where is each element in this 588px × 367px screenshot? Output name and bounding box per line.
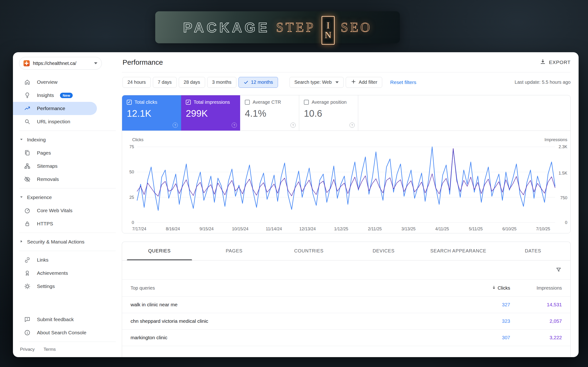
table-row[interactable]: walk in clinic near me 327 14,531 — [122, 297, 570, 313]
sidebar-item-sitemaps[interactable]: Sitemaps — [13, 159, 97, 173]
terms-link[interactable]: Terms — [43, 347, 56, 352]
column-header-impressions[interactable]: Impressions — [510, 285, 562, 291]
table-row[interactable]: markington clinic 307 3,222 — [122, 330, 570, 346]
banner-word-package: PACKAGE — [183, 19, 270, 35]
sidebar-item-performance[interactable]: Performance — [13, 102, 97, 115]
range-chip-24-hours[interactable]: 24 hours — [123, 77, 151, 88]
caret-down-icon — [19, 137, 24, 143]
metric-value: 299K — [186, 108, 235, 119]
column-header-clicks[interactable]: Clicks — [468, 285, 510, 291]
tab-queries[interactable]: QUERIES — [122, 242, 197, 260]
table-row[interactable]: chn sheppard victoria medical clinic 323… — [122, 313, 570, 330]
info-icon — [24, 329, 31, 336]
queries-table-card: QUERIES PAGES COUNTRIES DEVICES SEARCH A… — [122, 242, 571, 357]
metric-label: Average CTR — [253, 100, 281, 105]
filter-funnel-icon[interactable] — [555, 267, 562, 273]
property-selector[interactable]: https://chealthnet.ca/ — [19, 57, 102, 70]
sidebar-item-settings[interactable]: Settings — [13, 280, 97, 293]
sidebar-item-label: Overview — [37, 79, 58, 85]
sidebar-item-submit-feedback[interactable]: Submit feedback — [13, 313, 97, 326]
feedback-icon — [24, 316, 31, 323]
table-toolbar — [122, 260, 570, 280]
privacy-link[interactable]: Privacy — [20, 347, 34, 352]
help-icon[interactable]: ? — [232, 123, 237, 128]
caret-right-icon — [19, 239, 24, 245]
range-chip-28-days[interactable]: 28 days — [179, 77, 205, 88]
chip-label: 24 hours — [127, 80, 146, 85]
reset-filters-link[interactable]: Reset filters — [390, 80, 416, 85]
checkbox-unchecked-icon[interactable] — [245, 100, 250, 105]
impressions-cell: 2,057 — [510, 318, 562, 324]
svg-text:5/11/25: 5/11/25 — [469, 226, 483, 231]
help-icon[interactable]: ? — [173, 123, 178, 128]
sidebar-section-indexing[interactable]: Indexing — [13, 133, 122, 146]
svg-text:2.3K: 2.3K — [559, 144, 567, 149]
sidebar-item-label: Core Web Vitals — [37, 208, 73, 213]
sidebar-item-label: Pages — [37, 150, 51, 156]
chip-label: 12 months — [251, 80, 273, 85]
sidebar-item-insights[interactable]: Insights New — [13, 89, 97, 102]
banner-in-top: I — [326, 21, 330, 30]
sidebar-item-label: Settings — [37, 284, 55, 289]
home-icon — [24, 79, 31, 86]
legal-links: Privacy Terms — [13, 344, 122, 355]
metric-tile-total-impressions[interactable]: Total impressions 299K ? — [181, 95, 240, 131]
divider — [19, 251, 116, 251]
filters-row: 24 hours 7 days 28 days 3 months 12 mont… — [122, 73, 571, 92]
range-chip-7-days[interactable]: 7 days — [153, 77, 177, 88]
help-icon[interactable]: ? — [290, 123, 296, 128]
query-cell: chn sheppard victoria medical clinic — [131, 318, 468, 324]
svg-text:0: 0 — [565, 220, 567, 225]
sidebar-nav: Overview Insights New Performance URL in… — [13, 75, 122, 355]
sidebar-section-security[interactable]: Security & Manual Actions — [13, 235, 122, 249]
chip-label: 7 days — [158, 80, 172, 85]
sidebar-item-label: Removals — [37, 176, 59, 182]
range-chip-12-months[interactable]: 12 months — [239, 77, 278, 88]
sidebar-item-links[interactable]: Links — [13, 253, 97, 267]
download-icon — [539, 58, 546, 66]
sidebar-item-core-web-vitals[interactable]: Core Web Vitals — [13, 204, 97, 217]
tab-devices[interactable]: DEVICES — [346, 242, 421, 260]
metric-tile-total-clicks[interactable]: Total clicks 12.1K ? — [122, 95, 181, 131]
checkbox-checked-icon[interactable] — [186, 100, 191, 105]
add-filter-chip[interactable]: Add filter — [346, 77, 382, 88]
sidebar-item-url-inspection[interactable]: URL inspection — [13, 115, 97, 128]
checkbox-checked-icon[interactable] — [127, 100, 132, 105]
tab-pages[interactable]: PAGES — [197, 242, 272, 260]
table-tabs: QUERIES PAGES COUNTRIES DEVICES SEARCH A… — [122, 242, 570, 260]
metric-tile-average-ctr[interactable]: Average CTR 4.1% ? — [240, 95, 299, 131]
checkbox-unchecked-icon[interactable] — [304, 100, 309, 105]
svg-text:7/17/24: 7/17/24 — [132, 226, 146, 231]
sidebar-item-removals[interactable]: Removals — [13, 173, 97, 186]
svg-text:75: 75 — [129, 144, 134, 149]
column-header-top-queries[interactable]: Top queries — [131, 285, 468, 291]
banner-word-step: STEP — [276, 20, 315, 35]
sidebar-item-achievements[interactable]: Achievements — [13, 267, 97, 280]
svg-text:11/14/24: 11/14/24 — [266, 226, 282, 231]
export-button[interactable]: EXPORT — [539, 58, 571, 66]
page-header: Performance EXPORT — [122, 52, 571, 73]
sidebar-item-about[interactable]: About Search Console — [13, 326, 97, 339]
metric-value: 4.1% — [245, 108, 294, 119]
sidebar-item-https[interactable]: HTTPS — [13, 217, 97, 230]
tab-countries[interactable]: COUNTRIES — [271, 242, 346, 260]
sidebar-item-overview[interactable]: Overview — [13, 75, 97, 89]
metric-label: Total clicks — [134, 100, 157, 105]
tab-search-appearance[interactable]: SEARCH APPEARANCE — [421, 242, 496, 260]
tab-dates[interactable]: DATES — [496, 242, 570, 260]
property-url: https://chealthnet.ca/ — [33, 61, 91, 66]
sidebar-item-label: HTTPS — [37, 221, 53, 226]
chip-label: 3 months — [212, 80, 232, 85]
search-type-chip[interactable]: Search type: Web — [290, 77, 344, 88]
chevron-down-icon — [335, 81, 339, 83]
clicks-cell: 307 — [468, 335, 510, 340]
sidebar-section-experience[interactable]: Experience — [13, 191, 122, 204]
sidebar-item-pages[interactable]: Pages — [13, 146, 97, 159]
svg-text:2/11/25: 2/11/25 — [368, 226, 382, 231]
metric-tile-average-position[interactable]: Average position 10.6 ? — [299, 95, 358, 131]
svg-text:Clicks: Clicks — [132, 137, 143, 142]
divider — [19, 131, 116, 131]
range-chip-3-months[interactable]: 3 months — [207, 77, 236, 88]
help-icon[interactable]: ? — [349, 123, 355, 128]
impressions-cell: 3,222 — [510, 335, 562, 340]
